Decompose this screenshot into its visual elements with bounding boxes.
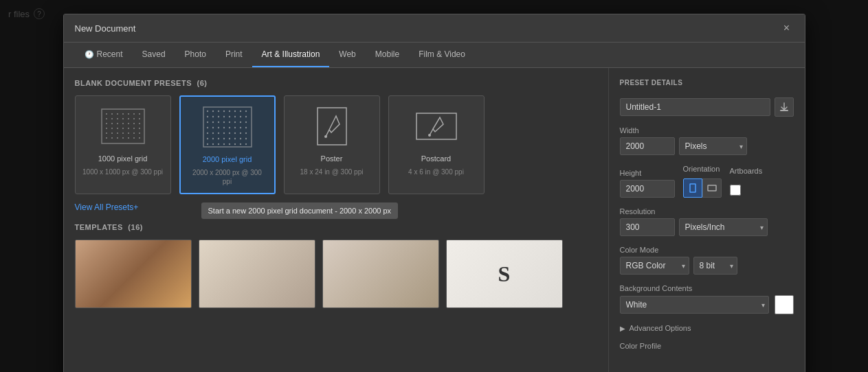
svg-point-63 (223, 121, 224, 123)
svg-point-85 (212, 138, 213, 139)
height-input[interactable] (620, 180, 675, 198)
color-mode-wrapper[interactable]: Bitmap Grayscale RGB Color CMYK Color La… (620, 257, 689, 275)
svg-point-42 (139, 137, 140, 139)
preset-1000-grid[interactable]: 1000 pixel grid 1000 x 1000 px @ 300 ppi (75, 95, 171, 194)
svg-point-61 (212, 121, 213, 123)
preset-icon-2000-grid (200, 104, 255, 150)
tab-film-label: Film & Video (419, 49, 465, 59)
preset-2000-grid[interactable]: 2000 pixel grid 2000 x 2000 px @ 300 ppi (179, 95, 276, 194)
svg-point-67 (245, 121, 246, 123)
svg-point-31 (117, 132, 118, 134)
svg-point-6 (133, 113, 135, 115)
height-orientation-group: Height Orientation (620, 165, 794, 198)
svg-point-33 (128, 132, 129, 134)
resolution-unit-wrapper[interactable]: Pixels/Inch Pixels/Centimeter (679, 218, 768, 236)
landscape-button[interactable] (702, 178, 722, 198)
svg-rect-43 (203, 107, 252, 147)
svg-point-48 (228, 111, 230, 112)
name-field-group (620, 97, 794, 117)
svg-point-74 (239, 127, 241, 128)
svg-point-18 (122, 123, 124, 124)
color-profile-section: Color Profile (620, 342, 794, 353)
artboards-checkbox[interactable] (730, 185, 741, 196)
svg-point-99 (245, 143, 246, 145)
template-card-4[interactable]: S (446, 240, 563, 308)
svg-point-69 (212, 127, 213, 128)
width-unit-select[interactable]: Pixels Inches Centimeters Millimeters (679, 137, 747, 155)
preset-postcard[interactable]: Postcard 4 x 6 in @ 300 ppi (388, 95, 485, 194)
bit-depth-wrapper[interactable]: 8 bit 16 bit 32 bit (693, 257, 737, 275)
svg-point-93 (212, 143, 213, 145)
portrait-button[interactable] (683, 178, 702, 198)
svg-point-49 (234, 111, 235, 112)
bg-contents-select[interactable]: White Black Background Color Transparent… (620, 296, 769, 314)
preset-2000-name: 2000 pixel grid (203, 154, 252, 164)
svg-rect-106 (780, 110, 788, 111)
bit-depth-select[interactable]: 8 bit 16 bit 32 bit (693, 257, 737, 275)
svg-point-34 (133, 132, 135, 134)
view-all-presets-link[interactable]: View All Presets+ (75, 202, 139, 212)
bg-contents-wrapper[interactable]: White Black Background Color Transparent… (620, 296, 769, 314)
tab-print[interactable]: Print (216, 43, 252, 67)
svg-point-66 (239, 121, 241, 123)
svg-point-52 (206, 116, 208, 117)
tab-recent[interactable]: 🕐 Recent (75, 43, 133, 67)
template-card-1[interactable] (75, 240, 192, 308)
preset-poster[interactable]: Poster 18 x 24 in @ 300 ppi (284, 95, 380, 194)
document-name-input[interactable] (620, 98, 770, 116)
color-mode-select[interactable]: Bitmap Grayscale RGB Color CMYK Color La… (620, 257, 689, 275)
presets-section-header: BLANK DOCUMENT PRESETS (6) (75, 79, 597, 87)
tab-art[interactable]: Art & Illustration (252, 43, 330, 67)
width-field-group: Width Pixels Inches Centimeters Millimet… (620, 126, 794, 155)
svg-point-11 (122, 118, 124, 119)
save-preset-button[interactable] (775, 97, 794, 117)
svg-point-37 (111, 137, 113, 139)
svg-point-102 (324, 135, 327, 138)
svg-point-28 (139, 128, 140, 129)
new-document-modal: New Document × 🕐 Recent Saved Photo Prin… (63, 14, 805, 372)
svg-point-44 (206, 111, 208, 112)
tab-film[interactable]: Film & Video (409, 43, 475, 67)
resolution-unit-select[interactable]: Pixels/Inch Pixels/Centimeter (679, 218, 768, 236)
svg-point-78 (217, 132, 219, 134)
svg-point-97 (234, 143, 235, 145)
bg-color-swatch[interactable] (775, 295, 794, 314)
svg-point-58 (239, 116, 241, 117)
tab-saved[interactable]: Saved (133, 43, 175, 67)
svg-point-5 (128, 113, 129, 115)
template-card-2[interactable] (199, 240, 315, 308)
svg-rect-108 (708, 185, 716, 191)
tab-photo[interactable]: Photo (175, 43, 216, 67)
template-card-3[interactable] (322, 240, 439, 308)
resolution-input[interactable] (620, 218, 675, 236)
tab-recent-label: Recent (97, 49, 123, 59)
tabs-row: 🕐 Recent Saved Photo Print Art & Illustr… (64, 43, 805, 68)
svg-point-65 (234, 121, 235, 123)
modal-title: New Document (75, 23, 136, 34)
modal-close-button[interactable]: × (780, 21, 794, 35)
tab-web[interactable]: Web (329, 43, 365, 67)
tab-art-label: Art & Illustration (262, 49, 320, 59)
artboards-col: Artboards (730, 167, 763, 198)
svg-point-41 (133, 137, 135, 139)
svg-point-14 (139, 118, 140, 119)
svg-point-15 (106, 123, 107, 124)
resolution-label: Resolution (620, 207, 794, 216)
width-input[interactable] (620, 137, 675, 155)
preset-poster-name: Poster (321, 154, 343, 163)
svg-point-35 (139, 132, 140, 134)
modal-titlebar: New Document × (64, 14, 805, 43)
advanced-options-toggle[interactable]: ▶ Advanced Options (620, 324, 794, 332)
save-icon (779, 102, 790, 113)
preset-poster-dims: 18 x 24 in @ 300 ppi (300, 167, 364, 176)
svg-point-76 (206, 132, 208, 134)
templates-grid: S (75, 240, 597, 308)
artboards-label: Artboards (730, 167, 763, 175)
tab-mobile[interactable]: Mobile (366, 43, 409, 67)
svg-point-10 (117, 118, 118, 119)
svg-point-54 (217, 116, 219, 117)
svg-point-60 (206, 121, 208, 123)
svg-point-39 (122, 137, 124, 139)
svg-point-46 (217, 111, 219, 112)
width-unit-wrapper[interactable]: Pixels Inches Centimeters Millimeters (679, 137, 747, 155)
